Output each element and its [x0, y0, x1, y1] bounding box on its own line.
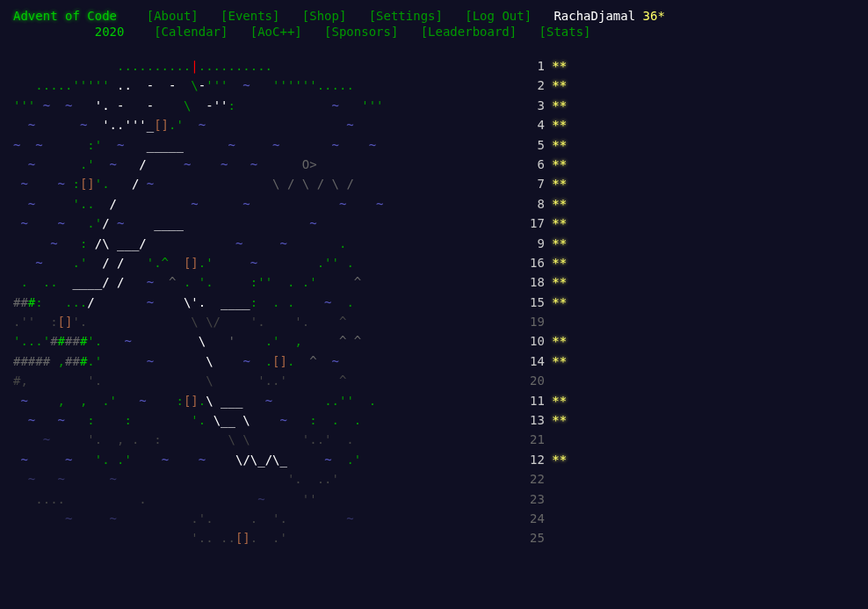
- day-number: 10: [520, 331, 545, 351]
- star-icon: [552, 315, 567, 329]
- calendar-row-day-7[interactable]: ~ ~ :[]'. / ~ \ / \ / \ / 7 **: [13, 174, 855, 193]
- ascii-art-line: ###: .../ ~ \'. ____: . . ~ .: [13, 293, 505, 312]
- calendar-row-day-23[interactable]: .... . ~ '' 23: [13, 489, 855, 509]
- ascii-art-line: . .. ____/ / ~ ^ . '. :'' . .' ^: [13, 272, 505, 292]
- star-icon: **: [552, 78, 567, 92]
- calendar-row-day-18[interactable]: . .. ____/ / ~ ^ . '. :'' . .' ^ 18 **: [13, 272, 855, 292]
- user-star-count: 36*: [643, 9, 665, 23]
- calendar-row-day-6[interactable]: ~ .' ~ / ~ ~ ~ O> 6 **: [13, 155, 855, 174]
- day-number: 1: [520, 56, 545, 76]
- calendar-row-day-14[interactable]: ##### ,###.' ~ \ ~ .[]. ^ ~ 14 **: [13, 352, 855, 371]
- day-number: 23: [520, 489, 545, 509]
- nav-events[interactable]: [Events]: [221, 9, 279, 23]
- nav-about[interactable]: [About]: [147, 9, 199, 23]
- nav-stats[interactable]: [Stats]: [539, 25, 591, 39]
- ascii-art-line: ##### ,###.' ~ \ ~ .[]. ^ ~: [13, 352, 505, 371]
- ascii-art-line: ~ '.. / ~ ~ ~ ~: [13, 194, 505, 214]
- star-icon: **: [552, 256, 567, 270]
- ascii-art-line: '.. ..[]. .': [13, 528, 505, 547]
- star-icon: [552, 472, 567, 486]
- username: RachaDjamal: [553, 9, 635, 23]
- day-number: 2: [520, 76, 545, 95]
- calendar-row-day-16[interactable]: ~ .' / / '.^ [].' ~ .'' . 16 **: [13, 253, 855, 272]
- day-number: 17: [520, 214, 545, 233]
- star-icon: **: [552, 453, 567, 467]
- ascii-art-line: ~ ~ ~ '. ..': [13, 469, 505, 489]
- calendar-row-day-24[interactable]: ~ ~ .'. . '. ~ 24: [13, 509, 855, 528]
- day-number: 19: [520, 312, 545, 331]
- star-icon: **: [552, 177, 567, 191]
- nav-aocpp[interactable]: [AoC++]: [250, 25, 302, 39]
- day-number: 25: [520, 528, 545, 547]
- nav-calendar[interactable]: [Calendar]: [154, 25, 228, 39]
- ascii-art-line: ..........|..........: [13, 56, 505, 76]
- calendar-row-day-13[interactable]: ~ ~ : : '. \__ \ ~ : . . 13 **: [13, 410, 855, 430]
- star-icon: **: [552, 334, 567, 348]
- star-icon: [552, 531, 567, 545]
- day-number: 15: [520, 293, 545, 312]
- star-icon: [552, 492, 567, 506]
- calendar-row-day-15[interactable]: ###: .../ ~ \'. ____: . . ~ . 15 **: [13, 293, 855, 312]
- day-number: 11: [520, 391, 545, 410]
- calendar-row-day-20[interactable]: #, '. \ '..' ^ 20: [13, 371, 855, 390]
- calendar-row-day-5[interactable]: ~ ~ :' ~ _____ ~ ~ ~ ~ 5 **: [13, 135, 855, 155]
- ascii-art-line: ~ ~ .'. . '. ~: [13, 509, 505, 528]
- ascii-art-line: ~ ~ :[]'. / ~ \ / \ / \ /: [13, 174, 505, 193]
- nav-shop[interactable]: [Shop]: [302, 9, 347, 23]
- ascii-art-line: ~ ~ : : '. \__ \ ~ : . .: [13, 410, 505, 430]
- site-title: Advent of Code: [13, 9, 117, 23]
- nav-settings[interactable]: [Settings]: [369, 9, 443, 23]
- nav-leaderboard[interactable]: [Leaderboard]: [421, 25, 517, 39]
- ascii-art-line: #, '. \ '..' ^: [13, 371, 505, 390]
- calendar-row-day-17[interactable]: ~ ~ .'/ ~ ____ ~ 17 **: [13, 214, 855, 233]
- day-number: 20: [520, 371, 545, 390]
- event-year-link[interactable]: 2020: [95, 25, 125, 39]
- star-icon: **: [552, 118, 567, 132]
- ascii-art-line: ~ '. , . : \ \ '..' .: [13, 430, 505, 449]
- ascii-art-line: ~ ~ '. .' ~ ~ \/\_/\_ ~ .': [13, 450, 505, 469]
- day-number: 24: [520, 509, 545, 528]
- ascii-art-line: .'' :[]'. \ \/ '. '. ^: [13, 312, 505, 331]
- day-number: 8: [520, 194, 545, 214]
- calendar-row-day-25[interactable]: '.. ..[]. .' 25: [13, 528, 855, 547]
- day-number: 3: [520, 96, 545, 115]
- site-title-link[interactable]: Advent of Code: [13, 9, 117, 23]
- calendar-row-day-2[interactable]: .....''''' .. - - \-''' ~ ''''''..... 2 …: [13, 76, 855, 95]
- calendar-row-day-12[interactable]: ~ ~ '. .' ~ ~ \/\_/\_ ~ .' 12 **: [13, 450, 855, 469]
- calendar-ascii-map: ..........|.......... 1 ** .....''''' ..…: [13, 56, 855, 548]
- day-number: 21: [520, 430, 545, 449]
- day-number: 22: [520, 469, 545, 489]
- header-row-1: Advent of Code [About] [Events] [Shop] […: [13, 9, 855, 23]
- ascii-art-line: .... . ~ '': [13, 489, 505, 509]
- event-year: 2020: [95, 25, 125, 39]
- star-icon: **: [552, 236, 567, 250]
- star-icon: **: [552, 413, 567, 427]
- nav-sponsors[interactable]: [Sponsors]: [324, 25, 398, 39]
- calendar-row-day-22[interactable]: ~ ~ ~ '. ..' 22: [13, 469, 855, 489]
- ascii-art-line: ~ .' / / '.^ [].' ~ .'' .: [13, 253, 505, 272]
- calendar-row-day-19[interactable]: .'' :[]'. \ \/ '. '. ^ 19: [13, 312, 855, 331]
- star-icon: **: [552, 354, 567, 368]
- ascii-art-line: ~ : /\ ___/ ~ ~ .: [13, 234, 505, 253]
- star-icon: **: [552, 197, 567, 211]
- nav-logout[interactable]: [Log Out]: [465, 9, 532, 23]
- ascii-art-line: '...'#####'. ~ \ ' .' , ^ ^: [13, 331, 505, 351]
- day-number: 4: [520, 115, 545, 134]
- star-icon: **: [552, 138, 567, 152]
- ascii-art-line: ~ ~ .'/ ~ ____ ~: [13, 214, 505, 233]
- calendar-row-day-11[interactable]: ~ , , .' ~ :[].\ ___ ~ ..'' . 11 **: [13, 391, 855, 410]
- star-icon: **: [552, 275, 567, 289]
- calendar-row-day-9[interactable]: ~ : /\ ___/ ~ ~ . 9 **: [13, 234, 855, 253]
- ascii-art-line: ~ .' ~ / ~ ~ ~ O>: [13, 155, 505, 174]
- day-number: 13: [520, 410, 545, 430]
- calendar-row-day-3[interactable]: ''' ~ ~ '. - - \ -'': ~ ''' 3 **: [13, 96, 855, 115]
- day-number: 16: [520, 253, 545, 272]
- star-icon: **: [552, 157, 567, 171]
- calendar-row-day-8[interactable]: ~ '.. / ~ ~ ~ ~ 8 **: [13, 194, 855, 214]
- calendar-row-day-10[interactable]: '...'#####'. ~ \ ' .' , ^ ^ 10 **: [13, 331, 855, 351]
- calendar-row-day-1[interactable]: ..........|.......... 1 **: [13, 56, 855, 76]
- calendar-row-day-4[interactable]: ~ ~ '..'''_[].' ~ ~ 4 **: [13, 115, 855, 134]
- calendar-row-day-21[interactable]: ~ '. , . : \ \ '..' . 21: [13, 430, 855, 449]
- ascii-art-line: ~ , , .' ~ :[].\ ___ ~ ..'' .: [13, 391, 505, 410]
- star-icon: **: [552, 394, 567, 408]
